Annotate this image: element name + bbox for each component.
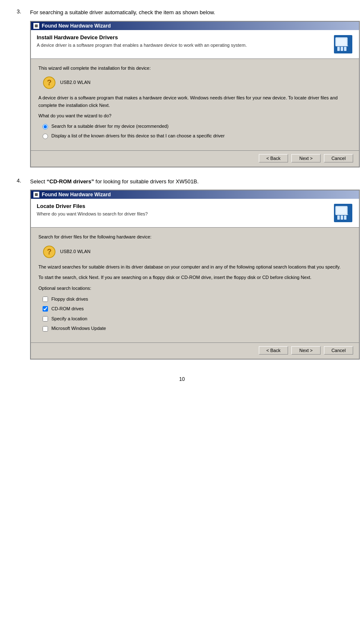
step3-description: For searching a suitable driver automati… xyxy=(30,8,360,17)
step3-container: 3. For searching a suitable driver autom… xyxy=(17,8,347,176)
dialog2-checkbox4-label: Microsoft Windows Update xyxy=(51,325,106,332)
step3-number: 3. xyxy=(17,8,30,176)
svg-rect-5 xyxy=(344,47,346,51)
question-mark-icon-2: ? xyxy=(43,245,56,259)
dialog2-checkbox1-floppy[interactable] xyxy=(43,297,48,302)
dialog1-titlebar: ⊞ Found New Hardware Wizard xyxy=(31,22,359,30)
dialog1-header-text: Install Hardware Device Drivers A device… xyxy=(37,34,247,48)
dialog1-body-text3: What do you want the wizard to do? xyxy=(38,112,351,120)
question-mark-icon: ? xyxy=(43,76,56,89)
dialog1-titlebar-icon: ⊞ xyxy=(33,23,39,29)
dialog1-cancel-button[interactable]: Cancel xyxy=(324,154,353,162)
dialog1-body: Install Hardware Device Drivers A device… xyxy=(31,30,359,167)
dialog2-checkbox2-cdrom[interactable] xyxy=(43,306,48,312)
dialog2-device-name: USB2.0 WLAN xyxy=(60,248,91,256)
dialog1-back-button[interactable]: < Back xyxy=(259,154,288,162)
dialog2-next-button[interactable]: Next > xyxy=(291,346,321,355)
dialog2-checkbox3-label: Specify a location xyxy=(51,315,87,323)
dialog1-header-icon xyxy=(333,34,353,54)
dialog2-body-text1: Search for driver files for the followin… xyxy=(38,233,351,241)
dialog2-back-button[interactable]: < Back xyxy=(259,346,288,355)
dialog2-titlebar-text: Found New Hardware Wizard xyxy=(42,192,111,198)
svg-text:?: ? xyxy=(47,248,52,256)
dialog2-header-title: Locate Driver Files xyxy=(37,203,148,209)
dialog1-device-row: ? USB2.0 WLAN xyxy=(43,76,351,89)
hardware-icon-2 xyxy=(333,203,353,223)
svg-rect-4 xyxy=(341,47,343,51)
hardware-icon xyxy=(333,34,353,54)
dialog1-radio2[interactable] xyxy=(43,134,48,139)
dialog2-titlebar: ⊞ Found New Hardware Wizard xyxy=(31,190,359,199)
svg-rect-11 xyxy=(336,207,346,214)
dialog2-body: Locate Driver Files Where do you want Wi… xyxy=(31,199,359,359)
dialog2-optional-label: Optional search locations: xyxy=(38,285,351,292)
step4-desc-bold: “CD-ROM drivers” xyxy=(47,178,94,185)
page-number: 10 xyxy=(17,376,347,382)
step4-desc-suffix: for looking for suitable drivers for XW5… xyxy=(94,178,199,185)
dialog2-content: Search for driver files for the followin… xyxy=(31,228,359,339)
svg-rect-2 xyxy=(336,38,346,45)
dialog2: ⊞ Found New Hardware Wizard Locate Drive… xyxy=(30,190,360,360)
dialog2-checkbox3-location[interactable] xyxy=(43,316,48,322)
dialog2-checkbox2-item: CD-ROM drives xyxy=(43,305,351,313)
dialog2-checkbox3-item: Specify a location xyxy=(43,315,351,323)
dialog1-radio2-item: Display a list of the known drivers for … xyxy=(43,133,351,139)
dialog2-cancel-button[interactable]: Cancel xyxy=(324,346,353,355)
dialog2-checkbox2-label: CD-ROM drives xyxy=(51,305,84,313)
step3-content: For searching a suitable driver automati… xyxy=(30,8,360,176)
dialog2-header: Locate Driver Files Where do you want Wi… xyxy=(31,199,359,228)
step4-container: 4. Select “CD-ROM drivers” for looking f… xyxy=(17,177,347,368)
dialog1-radio-group: Search for a suitable driver for my devi… xyxy=(43,123,351,139)
dialog2-device-row: ? USB2.0 WLAN xyxy=(43,245,351,259)
step4-desc-prefix: Select xyxy=(30,178,47,185)
dialog2-header-desc: Where do you want Windows to search for … xyxy=(37,211,148,217)
dialog2-checkbox4-item: Microsoft Windows Update xyxy=(43,325,351,332)
dialog1-header: Install Hardware Device Drivers A device… xyxy=(31,30,359,59)
dialog2-body-text3: To start the search, click Next. If you … xyxy=(38,274,351,281)
dialog2-checkbox1-item: Floppy disk drives xyxy=(43,296,351,303)
dialog1-titlebar-text: Found New Hardware Wizard xyxy=(42,23,111,29)
dialog2-header-icon xyxy=(333,203,353,223)
dialog1-radio1[interactable] xyxy=(43,124,48,129)
svg-rect-3 xyxy=(337,47,340,51)
step4-content: Select “CD-ROM drivers” for looking for … xyxy=(30,177,360,368)
dialog1-header-title: Install Hardware Device Drivers xyxy=(37,34,247,41)
dialog1-next-button[interactable]: Next > xyxy=(291,154,321,162)
dialog2-body-text2: The wizard searches for suitable drivers… xyxy=(38,264,351,271)
dialog1-radio1-item: Search for a suitable driver for my devi… xyxy=(43,123,351,129)
dialog2-checkbox-group: Floppy disk drives CD-ROM drives Specify… xyxy=(43,296,351,332)
dialog2-checkbox1-label: Floppy disk drives xyxy=(51,296,88,303)
dialog1-header-desc: A device driver is a software program th… xyxy=(37,42,247,48)
dialog1-content: This wizard will complete the installati… xyxy=(31,59,359,147)
dialog1-radio1-label: Search for a suitable driver for my devi… xyxy=(51,123,169,129)
dialog1-footer: < Back Next > Cancel xyxy=(31,150,359,167)
svg-rect-13 xyxy=(341,215,343,220)
dialog1: ⊞ Found New Hardware Wizard Install Hard… xyxy=(30,21,360,167)
dialog2-titlebar-icon: ⊞ xyxy=(33,192,39,198)
svg-text:?: ? xyxy=(47,79,52,87)
dialog1-device-name: USB2.0 WLAN xyxy=(60,79,91,86)
step4-number: 4. xyxy=(17,177,30,368)
dialog2-header-text: Locate Driver Files Where do you want Wi… xyxy=(37,203,148,217)
dialog2-footer: < Back Next > Cancel xyxy=(31,342,359,359)
svg-rect-12 xyxy=(337,215,340,220)
step4-description: Select “CD-ROM drivers” for looking for … xyxy=(30,177,360,186)
dialog1-body-text2: A device driver is a software program th… xyxy=(38,94,351,109)
svg-rect-14 xyxy=(344,215,346,220)
dialog1-body-text1: This wizard will complete the installati… xyxy=(38,65,351,72)
dialog2-checkbox4-windowsupdate[interactable] xyxy=(43,326,48,332)
dialog1-radio2-label: Display a list of the known drivers for … xyxy=(51,133,225,139)
